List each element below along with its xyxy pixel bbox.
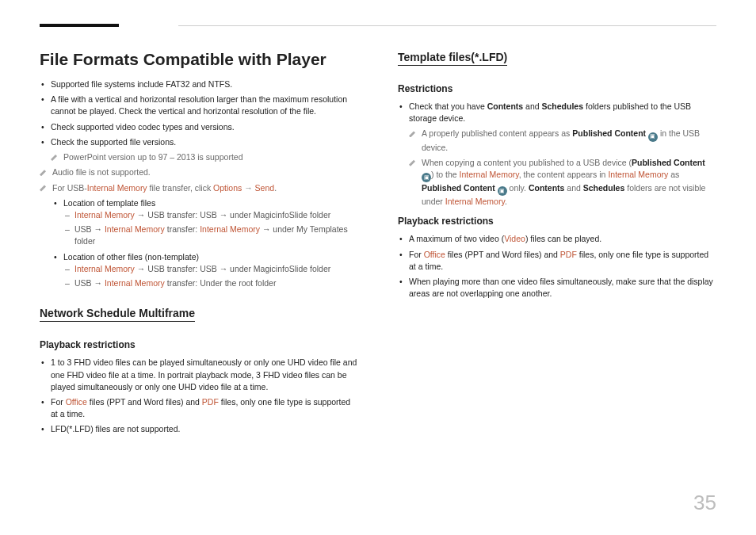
highlight-text: Internal Memory [200, 224, 260, 234]
list-text: files (PPT and Word files) and [87, 397, 202, 407]
bold-text: Published Content [572, 128, 646, 138]
list-item: Location of template files Internal Memo… [52, 197, 358, 248]
note-text: file transfer, click [147, 183, 213, 193]
highlight-text: Internal Memory [460, 170, 519, 179]
note-text: . [505, 197, 507, 206]
badge-icon: ▣ [498, 186, 507, 196]
list-text: → USB transfer: USB → under MagicinfoSli… [135, 264, 330, 273]
bold-text: Contents [487, 101, 524, 111]
list-item: When playing more than one video files s… [398, 276, 716, 300]
sub-heading: Restrictions [398, 83, 716, 94]
list-item: LFD(*.LFD) files are not supported. [40, 423, 358, 435]
list-item: Internal Memory → USB transfer: USB → un… [63, 209, 358, 221]
list-item: 1 to 3 FHD video files can be played sim… [40, 357, 358, 393]
note-item: Audio file is not supported. [40, 166, 358, 178]
note-text: ) to the [431, 170, 460, 179]
left-column: File Formats Compatible with Player Supp… [40, 50, 358, 439]
note-item: A properly published content appears as … [409, 128, 716, 153]
list-text: Check that you have [409, 101, 487, 111]
note-text: When copying a content you published to … [422, 158, 632, 167]
highlight-text: PDF [560, 250, 577, 259]
note-text: . [274, 183, 277, 193]
list-item: For Office files (PPT and Word files) an… [398, 249, 716, 273]
note-item: PowerPoint version up to 97 – 2013 is su… [51, 151, 358, 163]
note-text: , the content appears in [519, 170, 609, 179]
sub-heading: Playback restrictions [398, 216, 716, 227]
bold-text: Published Content [632, 158, 705, 167]
list-text: Location of template files [63, 198, 155, 208]
dash-list: Internal Memory → USB transfer: USB → un… [63, 263, 358, 289]
list-item: Check the supported file versions. [40, 136, 358, 148]
list-item: USB → Internal Memory transfer: Under th… [63, 277, 358, 289]
content-columns: File Formats Compatible with Player Supp… [40, 50, 716, 439]
highlight-text: Internal Memory [87, 183, 147, 193]
highlight-text: Send [255, 183, 275, 193]
list-text: and [523, 101, 541, 111]
sub-heading: Playback restrictions [40, 339, 358, 350]
note-text: A properly published content appears as [422, 128, 572, 138]
list-item: Location of other files (non-template) I… [52, 251, 358, 290]
list-item: Internal Memory → USB transfer: USB → un… [63, 263, 358, 275]
section-heading: Template files(*.LFD) [398, 51, 507, 66]
file-format-list: Supported file systems include FAT32 and… [40, 78, 358, 148]
arrow-icon: → [242, 183, 254, 193]
list-item: A maximum of two video (Video) files can… [398, 233, 716, 245]
bold-text: Schedules [583, 183, 625, 193]
restrictions-list: Check that you have Contents and Schedul… [398, 101, 716, 124]
playback-list: A maximum of two video (Video) files can… [398, 233, 716, 300]
highlight-text: Internal Memory [74, 264, 135, 273]
list-text: Location of other files (non-template) [63, 252, 199, 262]
dash-list: Internal Memory → USB transfer: USB → un… [63, 209, 358, 248]
list-item: USB → Internal Memory transfer: Internal… [63, 224, 358, 247]
list-text: → USB transfer: USB → under MagicinfoSli… [135, 210, 330, 220]
note-text: as [668, 170, 679, 179]
highlight-text: Internal Memory [608, 170, 668, 179]
list-text: files (PPT and Word files) and [445, 250, 560, 259]
playback-list: 1 to 3 FHD video files can be played sim… [40, 357, 358, 435]
highlight-text: Internal Memory [74, 210, 135, 220]
list-text: For [51, 397, 66, 407]
note-item: For USB-Internal Memory file transfer, c… [40, 182, 358, 194]
header-rule [40, 24, 716, 26]
list-item: A file with a vertical and horizontal re… [40, 94, 358, 117]
bold-text: Schedules [542, 101, 584, 111]
highlight-text: Office [424, 250, 445, 259]
section-heading: Network Schedule Multiframe [40, 307, 195, 322]
list-item: For Office files (PPT and Word files) an… [40, 396, 358, 420]
badge-icon: ▣ [648, 132, 658, 142]
note-text: only. [507, 183, 529, 193]
bold-text: Contents [529, 183, 565, 193]
highlight-text: Options [213, 183, 242, 193]
highlight-text: Office [66, 397, 87, 407]
note-group: PowerPoint version up to 97 – 2013 is su… [40, 151, 358, 163]
sub-list: Location of template files Internal Memo… [52, 197, 358, 290]
list-text: transfer: [165, 224, 200, 234]
highlight-text: Internal Memory [105, 278, 165, 288]
list-text: USB → [74, 278, 105, 288]
sub-list-group: Location of template files Internal Memo… [40, 197, 358, 290]
list-text: For [409, 250, 424, 259]
note-text: and [564, 183, 582, 193]
badge-icon: ▣ [422, 173, 431, 182]
list-item: Check supported video codec types and ve… [40, 121, 358, 133]
list-text: A maximum of two video ( [409, 234, 504, 243]
right-column: Template files(*.LFD) Restrictions Check… [398, 50, 716, 439]
highlight-text: PDF [202, 397, 219, 407]
list-text: USB → [74, 224, 105, 234]
highlight-text: Video [504, 234, 525, 243]
highlight-text: Internal Memory [105, 224, 165, 234]
header-rule-heavy [40, 24, 119, 27]
list-item: Check that you have Contents and Schedul… [398, 101, 716, 124]
highlight-text: Internal Memory [445, 197, 505, 206]
page-title: File Formats Compatible with Player [40, 50, 358, 69]
note-group: A properly published content appears as … [398, 128, 716, 208]
bold-text: Published Content [422, 183, 495, 193]
list-text: ) files can be played. [525, 234, 601, 243]
header-rule-thin [178, 25, 716, 26]
note-item: When copying a content you published to … [409, 157, 716, 208]
list-text: transfer: Under the root folder [165, 278, 277, 288]
note-text: For USB- [52, 183, 87, 193]
page-number: 35 [693, 491, 716, 515]
list-item: Supported file systems include FAT32 and… [40, 78, 358, 90]
